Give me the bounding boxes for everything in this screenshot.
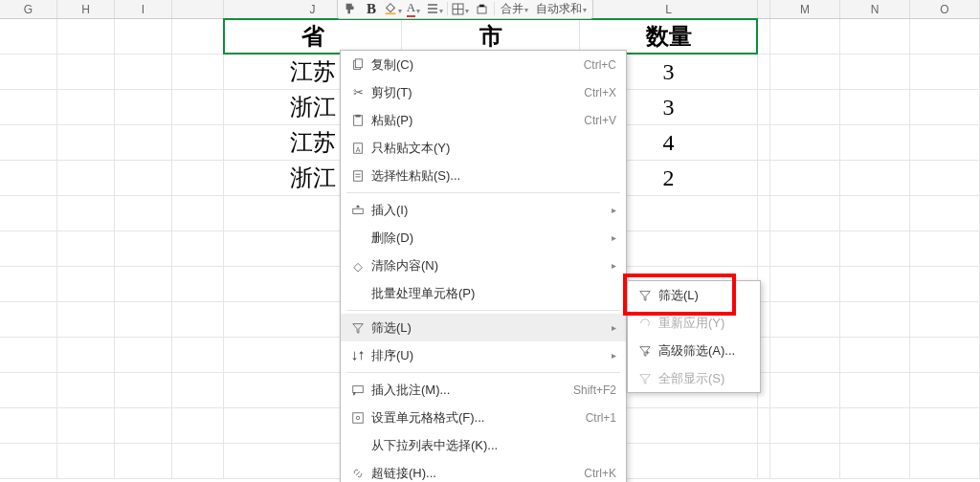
cell[interactable] — [57, 161, 115, 196]
cell[interactable] — [910, 373, 980, 408]
bold-button[interactable]: B — [361, 0, 382, 18]
menu-sort[interactable]: 排序(U) ▸ — [341, 341, 626, 369]
cell[interactable] — [770, 444, 840, 479]
cell[interactable] — [57, 196, 115, 231]
menu-cut[interactable]: ✂ 剪切(T) Ctrl+X — [341, 78, 626, 106]
menu-comment[interactable]: 插入批注(M)... Shift+F2 — [341, 376, 626, 404]
cell[interactable] — [115, 90, 172, 125]
cell[interactable] — [770, 90, 840, 125]
cell[interactable] — [0, 408, 57, 444]
submenu-advanced[interactable]: 高级筛选(A)... — [628, 337, 760, 364]
cell[interactable] — [172, 125, 224, 161]
font-color-button[interactable]: A — [403, 0, 424, 18]
cell[interactable] — [172, 19, 224, 55]
cell[interactable] — [115, 302, 172, 338]
cell[interactable] — [770, 338, 840, 373]
cell[interactable] — [57, 19, 115, 55]
cell[interactable] — [0, 267, 57, 302]
cell[interactable] — [0, 161, 57, 196]
menu-delete[interactable]: 删除(D) ▸ — [341, 224, 626, 252]
cell[interactable] — [910, 161, 980, 196]
cell[interactable] — [840, 338, 910, 373]
cell[interactable] — [172, 196, 224, 231]
cell[interactable] — [758, 125, 770, 161]
cell[interactable] — [0, 125, 57, 161]
cell[interactable] — [840, 408, 910, 444]
cell[interactable] — [840, 444, 910, 479]
cell[interactable] — [0, 231, 57, 267]
cell[interactable] — [57, 55, 115, 90]
cell[interactable] — [758, 161, 770, 196]
menu-dropdown-select[interactable]: 从下拉列表中选择(K)... — [341, 431, 626, 459]
cell[interactable] — [57, 408, 115, 444]
menu-copy[interactable]: 复制(C) Ctrl+C — [341, 51, 626, 78]
menu-insert[interactable]: 插入(I) ▸ — [341, 196, 626, 224]
cell[interactable] — [840, 373, 910, 408]
cell[interactable] — [770, 231, 840, 267]
menu-paste-special[interactable]: 选择性粘贴(S)... — [341, 162, 626, 189]
shape-button[interactable] — [471, 0, 492, 18]
col-header-h[interactable]: H — [57, 0, 115, 18]
cell[interactable] — [910, 302, 980, 338]
menu-format-cells[interactable]: 设置单元格格式(F)... Ctrl+1 — [341, 404, 626, 431]
cell[interactable] — [910, 90, 980, 125]
cell[interactable] — [57, 302, 115, 338]
cell[interactable] — [172, 90, 224, 125]
cell[interactable] — [840, 302, 910, 338]
cell[interactable] — [115, 19, 172, 55]
menu-paste-text[interactable]: A 只粘贴文本(Y) — [341, 134, 626, 162]
cell[interactable] — [115, 161, 172, 196]
cell[interactable] — [758, 19, 770, 55]
cell[interactable] — [115, 55, 172, 90]
col-header-g[interactable]: G — [0, 0, 57, 18]
cell[interactable] — [172, 267, 224, 302]
menu-paste[interactable]: 粘贴(P) Ctrl+V — [341, 106, 626, 134]
cell[interactable] — [57, 125, 115, 161]
cell[interactable] — [770, 19, 840, 55]
cell[interactable] — [57, 90, 115, 125]
cell[interactable] — [770, 302, 840, 338]
cell[interactable] — [910, 125, 980, 161]
align-button[interactable] — [424, 0, 445, 18]
cell[interactable] — [0, 373, 57, 408]
cell[interactable] — [115, 267, 172, 302]
cell[interactable] — [0, 444, 57, 479]
cell[interactable] — [840, 19, 910, 55]
cell[interactable] — [0, 55, 57, 90]
cell[interactable] — [758, 444, 770, 479]
cell[interactable] — [0, 19, 57, 55]
cell[interactable] — [758, 231, 770, 267]
cell[interactable] — [910, 408, 980, 444]
cell[interactable] — [770, 55, 840, 90]
col-header-l[interactable]: L — [580, 0, 758, 18]
col-header-n[interactable]: N — [840, 0, 910, 18]
cell[interactable] — [758, 55, 770, 90]
cell[interactable] — [115, 338, 172, 373]
cell[interactable] — [172, 302, 224, 338]
cell[interactable] — [910, 267, 980, 302]
merge-button[interactable]: 合并 — [497, 0, 532, 18]
cell[interactable] — [172, 408, 224, 444]
cell[interactable] — [758, 408, 770, 444]
menu-clear[interactable]: 清除内容(N) ▸ — [341, 252, 626, 279]
cell[interactable] — [115, 408, 172, 444]
format-painter-icon[interactable] — [340, 0, 361, 18]
col-header-o[interactable]: O — [910, 0, 980, 18]
cell[interactable] — [57, 373, 115, 408]
cell[interactable] — [758, 196, 770, 231]
cell[interactable] — [910, 19, 980, 55]
cell[interactable] — [0, 196, 57, 231]
cell[interactable] — [57, 338, 115, 373]
cell[interactable] — [172, 231, 224, 267]
menu-filter[interactable]: 筛选(L) ▸ — [341, 314, 626, 341]
cell[interactable] — [840, 90, 910, 125]
cell[interactable] — [172, 55, 224, 90]
cell[interactable] — [57, 231, 115, 267]
fill-color-button[interactable] — [382, 0, 403, 18]
cell[interactable] — [840, 55, 910, 90]
cell[interactable] — [172, 373, 224, 408]
cell[interactable] — [910, 231, 980, 267]
cell[interactable] — [57, 444, 115, 479]
menu-batch[interactable]: 批量处理单元格(P) — [341, 279, 626, 307]
cell[interactable] — [910, 444, 980, 479]
